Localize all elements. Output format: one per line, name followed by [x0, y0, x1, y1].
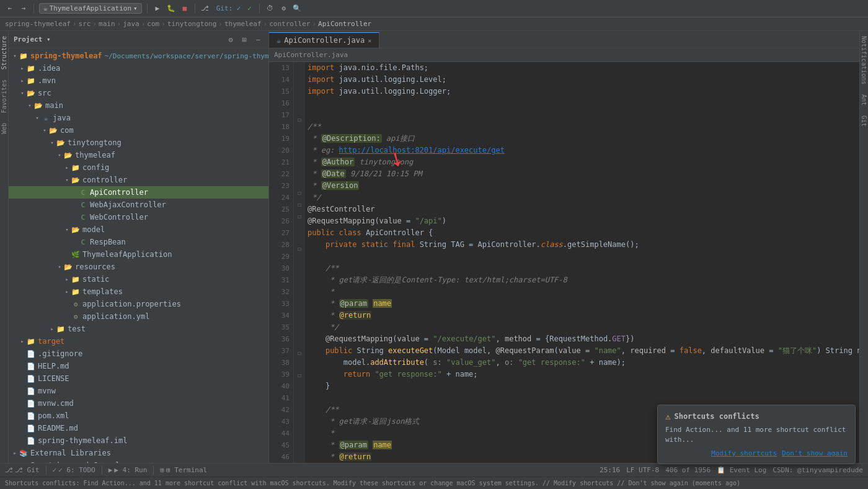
breadcrumb-apicontroller[interactable]: ApiController: [318, 20, 371, 28]
tab-close-icon[interactable]: ✕: [368, 37, 371, 44]
list-item[interactable]: ▸ 📚 External Libraries: [9, 447, 268, 459]
breadcrumb-thymeleaf[interactable]: thymeleaf: [224, 20, 262, 28]
gear-icon[interactable]: ⚙: [225, 34, 236, 45]
tree-arrow: ▸: [63, 276, 71, 283]
iml-icon: 📄: [26, 436, 36, 446]
code-line: [308, 392, 857, 404]
list-item[interactable]: ▸ 📁 .mvn: [9, 74, 268, 87]
checkmark-icon: ✓: [244, 4, 254, 14]
list-item[interactable]: ▾ 📂 com: [9, 124, 268, 137]
notifications-tab[interactable]: Notifications: [859, 31, 868, 89]
modify-shortcuts-link[interactable]: Modify shortcuts: [711, 449, 777, 457]
main-area: Structure Favorites Web Project ▾ ⚙ ⊞ − …: [0, 31, 868, 463]
search-everywhere-icon[interactable]: 🔍: [292, 4, 302, 14]
breadcrumb-com[interactable]: com: [147, 20, 159, 28]
folder-icon: 📁: [26, 63, 36, 73]
list-item[interactable]: 📄 .gitignore: [9, 348, 268, 360]
tree-label: .idea: [38, 64, 60, 73]
breadcrumb-main[interactable]: main: [99, 20, 115, 28]
list-item[interactable]: 📄 spring-thymeleaf.iml: [9, 434, 268, 447]
list-item[interactable]: 📄 README.md: [9, 422, 268, 434]
list-item[interactable]: ▸ 📁 templates: [9, 285, 268, 298]
dont-show-again-link[interactable]: Don't show again: [782, 449, 848, 457]
terminal-bottom-item[interactable]: ⊞ ⊞ Terminal: [160, 466, 207, 474]
breadcrumb-project[interactable]: spring-thymeleaf: [5, 20, 71, 28]
run-bottom-icon: ▶: [108, 466, 113, 474]
stop-icon[interactable]: ■: [180, 4, 190, 14]
editor-container: ➘ ☕ ApiController.java ✕ ApiController.j…: [269, 31, 859, 463]
tree-arrow: ▾: [63, 176, 71, 184]
list-item[interactable]: ▸ 📁 static: [9, 273, 268, 285]
run-icon[interactable]: ▶: [153, 4, 162, 14]
list-item[interactable]: ▸ 📁 config: [9, 161, 268, 174]
favorites-tab[interactable]: Favorites: [0, 74, 9, 118]
expand-icon[interactable]: ⊞: [239, 34, 250, 45]
list-item[interactable]: C WebController: [9, 211, 268, 223]
undo-icon[interactable]: ←: [5, 4, 15, 14]
breadcrumb-controller[interactable]: controller: [269, 20, 310, 28]
list-item[interactable]: ▾ 📂 src: [9, 87, 268, 99]
code-line: return "get response:" + name;: [308, 369, 857, 380]
tree-root[interactable]: ▾ 📁 spring-thymeleaf ~/Documents/workspa…: [9, 50, 268, 62]
tree-label: mvnw: [38, 387, 56, 395]
class-icon: C: [78, 212, 88, 222]
web-tab[interactable]: Web: [0, 118, 9, 139]
list-item[interactable]: 📄 mvnw.cmd: [9, 397, 268, 410]
list-item[interactable]: ⚙ application.properties: [9, 298, 268, 310]
tree-arrow: ▾: [19, 89, 26, 97]
list-item[interactable]: ▾ 📂 tinytongtong: [9, 137, 268, 149]
list-item[interactable]: ▾ 📂 resources: [9, 261, 268, 273]
yml-icon: ⚙: [71, 312, 81, 321]
git-bottom-item[interactable]: ⎇ ⎇ Git: [5, 466, 40, 474]
line-num: 32: [281, 286, 290, 298]
line-num: 34: [281, 310, 290, 321]
list-item[interactable]: 📄 HELP.md: [9, 360, 268, 372]
list-item[interactable]: ▾ ☕ java: [9, 112, 268, 124]
list-item[interactable]: ▸ 📁 target: [9, 335, 268, 348]
breadcrumb-tinytongtong[interactable]: tinytongtong: [167, 20, 216, 28]
project-selector[interactable]: ☕ ThymeleafApplication ▾: [39, 3, 142, 14]
class-icon: C: [78, 237, 88, 247]
tree-label: test: [68, 325, 86, 333]
tree-item-apicontroller[interactable]: C ApiController: [9, 186, 268, 199]
ant-tab[interactable]: Ant: [859, 89, 868, 110]
redo-icon[interactable]: →: [19, 4, 29, 14]
list-item[interactable]: ▾ 📂 thymeleaf: [9, 149, 268, 161]
code-editor[interactable]: 13 14 15 16 17 18 19 20 21 22 23 24 25 2…: [269, 62, 859, 463]
list-item[interactable]: C RespBean: [9, 236, 268, 248]
breadcrumb-java[interactable]: java: [123, 20, 140, 28]
tree-arrow-root: ▾: [11, 52, 19, 60]
code-line: * @Author tinytongtong: [308, 156, 857, 168]
code-line: [308, 109, 857, 121]
git-sidebar-tab[interactable]: Git: [859, 110, 868, 132]
list-item[interactable]: ▾ 📂 model: [9, 223, 268, 236]
settings-icon[interactable]: ⚙: [278, 4, 288, 14]
tab-apicontroller[interactable]: ☕ ApiController.java ✕: [269, 32, 379, 48]
todo-bottom-item[interactable]: ✓ ✓ 6: TODO: [53, 466, 95, 474]
run-bottom-item[interactable]: ▶ ▶ 4: Run: [108, 466, 148, 474]
list-item[interactable]: ▾ 📂 controller: [9, 174, 268, 186]
clock-icon[interactable]: ⏱: [265, 4, 275, 14]
list-item[interactable]: ▸ 📁 .idea: [9, 62, 268, 74]
tree-label: ThymeleafApplication: [82, 250, 172, 259]
git-icon[interactable]: ⎇: [200, 4, 210, 14]
list-item[interactable]: 📄 LICENSE: [9, 372, 268, 385]
line-num: 43: [281, 416, 290, 428]
folder-icon: 📂: [71, 175, 81, 185]
code-content[interactable]: import java.nio.file.Paths; import java.…: [305, 62, 859, 463]
list-item[interactable]: 🌿 ThymeleafApplication: [9, 248, 268, 261]
list-item[interactable]: C WebAjaxController: [9, 199, 268, 211]
breadcrumb-src[interactable]: src: [79, 20, 91, 28]
list-item[interactable]: 📄 mvnw: [9, 385, 268, 397]
list-item[interactable]: ▸ 📁 test: [9, 323, 268, 335]
structure-tab[interactable]: Structure: [0, 31, 9, 74]
debug-icon[interactable]: 🐛: [166, 4, 176, 14]
code-line: import java.util.logging.Level;: [308, 74, 857, 86]
collapse-icon[interactable]: −: [252, 34, 264, 45]
line-num: 22: [281, 168, 290, 180]
list-item[interactable]: 📄 pom.xml: [9, 410, 268, 422]
tree-arrow: ▾: [48, 139, 56, 146]
list-item[interactable]: ⚙ application.yml: [9, 310, 268, 323]
tree-arrow: [19, 387, 26, 395]
list-item[interactable]: ▾ 📂 main: [9, 99, 268, 112]
